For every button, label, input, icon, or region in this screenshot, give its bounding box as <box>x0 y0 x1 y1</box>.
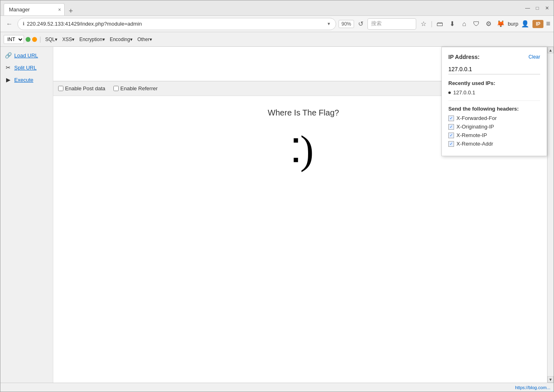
header-remote-ip-checkbox[interactable]: ✓ <box>448 133 454 138</box>
ip-divider <box>448 100 540 101</box>
xss-menu[interactable]: XSS▾ <box>61 36 76 43</box>
status-url: https://blog.com... <box>515 385 550 390</box>
sad-face: ■ ■ ) <box>293 130 314 170</box>
execute-label: Execute <box>14 77 33 83</box>
address-bar: ← ℹ 220.249.52.133:41429/index.php?modul… <box>0 16 554 32</box>
green-dot-icon <box>26 37 30 42</box>
address-input-wrap[interactable]: ℹ 220.249.52.133:41429/index.php?module=… <box>17 18 336 30</box>
enable-post-label[interactable]: Enable Post data <box>58 85 105 91</box>
sad-eyes: ■ ■ <box>293 135 298 165</box>
execute-item[interactable]: ▶ Execute <box>2 74 51 85</box>
scroll-up-button[interactable]: ▲ <box>547 47 554 53</box>
download-icon[interactable]: ⬇ <box>447 19 457 29</box>
status-bar: https://blog.com... <box>0 383 554 392</box>
enable-post-checkbox[interactable] <box>58 86 63 91</box>
main-area: 🔗 Load URL ✂ Split URL ▶ Execute <box>0 47 554 383</box>
left-sidebar: 🔗 Load URL ✂ Split URL ▶ Execute <box>0 47 53 383</box>
hackbar-type-select[interactable]: INT <box>4 35 24 44</box>
eye-2: ■ <box>293 155 298 165</box>
recently-used-title: Recently used IPs: <box>448 80 540 86</box>
tools-icon[interactable]: ⚙ <box>484 19 493 29</box>
scroll-down-button[interactable]: ▼ <box>547 376 554 383</box>
minimize-button[interactable]: — <box>524 5 531 11</box>
sad-mouth: ) <box>300 130 313 170</box>
header-originating-ip-label: X-Originating-IP <box>456 124 494 130</box>
title-bar: Manager × + — □ ✕ <box>0 0 554 16</box>
hackbar: INT | SQL▾ XSS▾ Encryption▾ Encoding▾ Ot… <box>0 32 554 47</box>
encoding-menu[interactable]: Encoding▾ <box>108 36 134 43</box>
enable-referrer-label[interactable]: Enable Referrer <box>113 85 158 91</box>
ip-clear-button[interactable]: Clear <box>528 54 540 60</box>
back-button[interactable]: ← <box>4 18 15 30</box>
sql-menu[interactable]: SQL▾ <box>43 36 59 43</box>
headers-title: Send the following headers: <box>448 106 540 112</box>
enable-referrer-checkbox[interactable] <box>113 86 119 91</box>
enable-referrer-text: Enable Referrer <box>120 85 158 91</box>
flag-text: Where Is The Flag? <box>268 108 339 118</box>
toolbar-icons: ☆ | 🗃 ⬇ ⌂ 🛡 ⚙ 🦊 burp 👤 IP ≡ <box>419 19 550 29</box>
split-url-label: Split URL <box>14 65 37 71</box>
tab-close-icon[interactable]: × <box>58 7 61 13</box>
search-box[interactable]: 搜索 <box>367 18 416 30</box>
ip-popup-title: IP Address: <box>448 54 480 60</box>
header-originating-ip[interactable]: ✓ X-Originating-IP <box>448 124 540 130</box>
tab-area: Manager × + <box>4 0 524 15</box>
eye-1: ■ <box>293 135 298 146</box>
recent-ip-value: 127.0.0.1 <box>453 89 475 96</box>
ip-button[interactable]: IP <box>532 20 543 28</box>
header-remote-ip[interactable]: ✓ X-Remote-IP <box>448 132 540 138</box>
header-remote-addr-label: X-Remote-Addr <box>456 141 493 147</box>
active-tab[interactable]: Manager × <box>4 3 65 15</box>
search-placeholder: 搜索 <box>371 20 382 26</box>
fox-icon[interactable]: 🦊 <box>496 19 506 29</box>
reload-button[interactable]: ↺ <box>356 18 365 29</box>
load-url-icon: 🔗 <box>4 52 12 59</box>
ip-popup: IP Address: Clear Recently used IPs: 127… <box>441 47 547 156</box>
url-dropdown-icon[interactable]: ▼ <box>327 22 331 26</box>
tab-label: Manager <box>9 7 30 13</box>
window-controls: — □ ✕ <box>524 5 550 11</box>
orange-dot-icon <box>32 37 37 42</box>
info-icon: ℹ <box>23 21 24 26</box>
header-remote-ip-label: X-Remote-IP <box>456 132 487 138</box>
shield-icon[interactable]: 🛡 <box>471 19 481 29</box>
ip-address-input[interactable] <box>448 64 540 74</box>
split-url-icon: ✂ <box>4 64 12 71</box>
new-tab-button[interactable]: + <box>66 7 76 15</box>
header-forwarded-for-label: X-Forwarded-For <box>456 115 497 121</box>
ip-popup-header: IP Address: Clear <box>448 54 540 60</box>
maximize-button[interactable]: □ <box>534 5 541 11</box>
close-button[interactable]: ✕ <box>544 5 550 11</box>
right-scrollbar[interactable]: ▲ ▼ <box>547 47 554 383</box>
menu-button[interactable]: ≡ <box>546 20 550 28</box>
pocket-icon[interactable]: 🗃 <box>435 19 445 29</box>
browser-window: Manager × + — □ ✕ ← ℹ 220.249.52.133:414… <box>0 0 554 392</box>
zoom-level[interactable]: 90% <box>339 20 354 28</box>
recent-ip-dot <box>448 91 451 94</box>
header-remote-addr-checkbox[interactable]: ✓ <box>448 141 454 147</box>
encryption-menu[interactable]: Encryption▾ <box>78 36 106 43</box>
header-forwarded-for-checkbox[interactable]: ✓ <box>448 115 454 121</box>
other-menu[interactable]: Other▾ <box>136 36 154 43</box>
header-forwarded-for[interactable]: ✓ X-Forwarded-For <box>448 115 540 121</box>
url-display: 220.249.52.133:41429/index.php?module=ad… <box>27 21 324 27</box>
avatar-icon[interactable]: 👤 <box>520 19 530 29</box>
execute-icon: ▶ <box>4 76 12 83</box>
split-url-item[interactable]: ✂ Split URL <box>2 62 51 73</box>
load-url-item[interactable]: 🔗 Load URL <box>2 50 51 61</box>
header-originating-ip-checkbox[interactable]: ✓ <box>448 124 454 130</box>
separator: | <box>39 36 41 43</box>
home-icon[interactable]: ⌂ <box>459 19 469 29</box>
header-remote-addr[interactable]: ✓ X-Remote-Addr <box>448 141 540 147</box>
star-icon[interactable]: ☆ <box>419 19 428 29</box>
recent-ip-item[interactable]: 127.0.0.1 <box>448 89 540 96</box>
load-url-label: Load URL <box>14 52 38 59</box>
burp-label[interactable]: burp <box>508 19 518 29</box>
enable-post-text: Enable Post data <box>65 85 105 91</box>
